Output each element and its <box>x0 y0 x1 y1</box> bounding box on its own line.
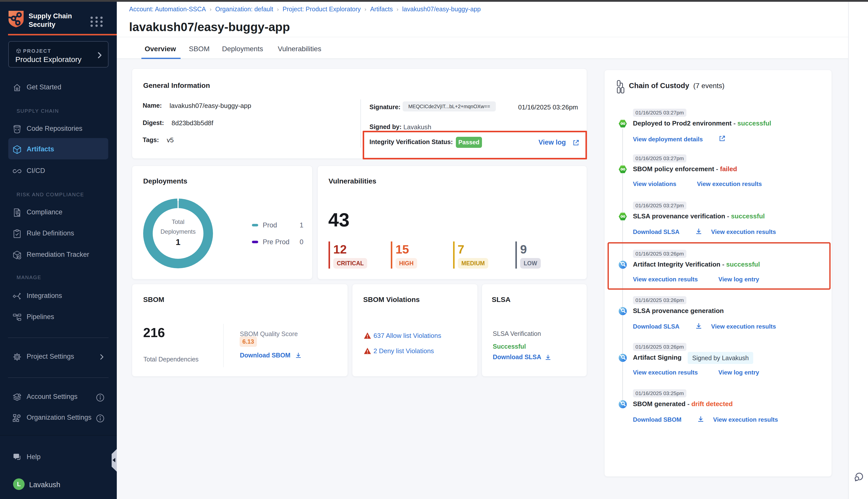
svg-text:?: ? <box>15 454 17 459</box>
